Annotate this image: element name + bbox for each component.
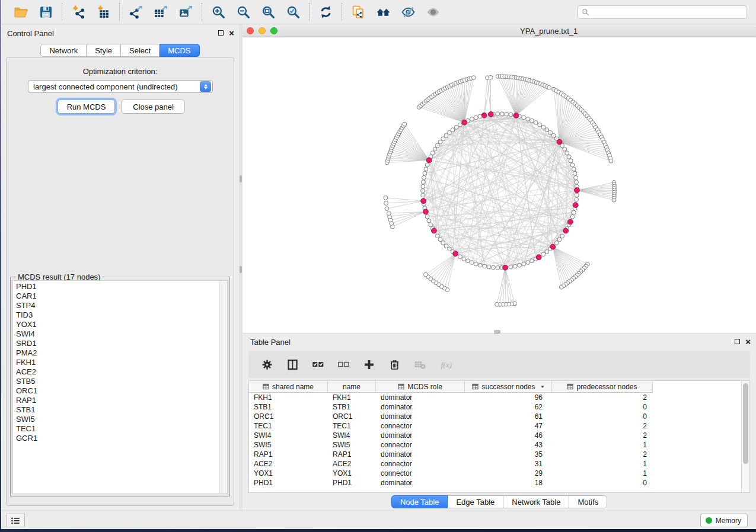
mcds-result-item[interactable]: STP4 — [16, 301, 219, 310]
network-node[interactable] — [509, 265, 513, 269]
network-node[interactable] — [458, 123, 462, 127]
network-node[interactable] — [448, 130, 452, 134]
mcds-result-item[interactable]: CAR1 — [16, 291, 219, 301]
network-node[interactable] — [575, 180, 579, 184]
table-row[interactable]: FKH1FKH1dominator962 — [249, 393, 653, 402]
table-row[interactable]: YOX1YOX1connector291 — [249, 469, 653, 478]
network-node[interactable] — [385, 207, 389, 211]
show-all-button[interactable] — [422, 2, 444, 21]
network-node[interactable] — [557, 238, 562, 242]
close-panel-icon[interactable]: × — [229, 30, 234, 36]
mcds-node[interactable] — [481, 113, 487, 118]
network-node[interactable] — [474, 262, 478, 266]
close-panel-button[interactable]: Close panel — [122, 100, 185, 114]
settings-button[interactable] — [259, 357, 275, 372]
network-node[interactable] — [421, 189, 425, 193]
network-node[interactable] — [435, 143, 439, 148]
mcds-result-list[interactable]: PHD1CAR1STP4TID3YOX1SWI4SRD1PMA2FKH1ACE2… — [12, 280, 228, 494]
mcds-result-item[interactable]: STB1 — [16, 405, 219, 415]
network-node[interactable] — [538, 123, 542, 127]
network-node[interactable] — [496, 266, 500, 270]
mcds-node[interactable] — [573, 203, 578, 208]
tab-style[interactable]: Style — [87, 44, 121, 57]
network-node[interactable] — [522, 262, 526, 266]
mcds-node[interactable] — [432, 228, 437, 233]
float-panel-icon[interactable] — [218, 30, 224, 36]
network-node[interactable] — [470, 261, 474, 265]
tab-mcds[interactable]: MCDS — [160, 44, 199, 57]
node-table[interactable]: shared namenameMCDS rolesuccessor nodesp… — [248, 380, 750, 493]
tab-network-table[interactable]: Network Table — [503, 495, 569, 508]
network-node[interactable] — [572, 210, 576, 214]
run-mcds-button[interactable]: Run MCDS — [58, 100, 115, 114]
open-button[interactable] — [9, 2, 32, 21]
network-node[interactable] — [454, 125, 458, 129]
tab-motifs[interactable]: Motifs — [569, 495, 607, 508]
import-table-button[interactable] — [92, 2, 114, 21]
export-image-button[interactable] — [174, 2, 197, 21]
network-node[interactable] — [575, 193, 579, 197]
network-node[interactable] — [487, 265, 491, 269]
network-node[interactable] — [451, 128, 455, 132]
network-node[interactable] — [545, 128, 549, 132]
mcds-node[interactable] — [550, 244, 556, 249]
mcds-result-item[interactable]: PMA2 — [16, 348, 219, 358]
network-node[interactable] — [554, 241, 559, 245]
export-table-button[interactable] — [149, 2, 172, 21]
column-header-MCDS-role[interactable]: MCDS role — [376, 381, 465, 393]
column-header-shared-name[interactable]: shared name — [249, 381, 328, 393]
mcds-result-item[interactable]: SWI4 — [16, 329, 219, 339]
mcds-result-item[interactable]: YOX1 — [16, 320, 219, 329]
network-node[interactable] — [423, 171, 427, 175]
network-node[interactable] — [483, 264, 487, 268]
network-node[interactable] — [422, 175, 426, 180]
float-panel-icon[interactable] — [735, 339, 740, 344]
search-input[interactable] — [589, 7, 747, 18]
network-node[interactable] — [541, 125, 546, 129]
table-scrollbar[interactable] — [741, 381, 749, 492]
network-node[interactable] — [489, 75, 493, 79]
mcds-list-scrollbar[interactable] — [219, 281, 227, 493]
mcds-result-item[interactable]: TEC1 — [16, 424, 219, 434]
network-node[interactable] — [474, 116, 478, 120]
network-window-titlebar[interactable]: YPA_prune.txt_1 — [243, 24, 756, 37]
network-node[interactable] — [433, 147, 437, 151]
memory-button[interactable]: Memory — [700, 514, 748, 527]
mcds-result-item[interactable]: GCR1 — [16, 434, 219, 443]
window-maximize-icon[interactable] — [270, 27, 277, 34]
task-history-button[interactable] — [6, 514, 25, 527]
network-node[interactable] — [565, 151, 569, 155]
network-node[interactable] — [438, 238, 442, 242]
network-node[interactable] — [441, 241, 445, 245]
mcds-node[interactable] — [462, 120, 467, 125]
tab-select[interactable]: Select — [121, 44, 160, 57]
mcds-node[interactable] — [568, 219, 573, 225]
network-node[interactable] — [441, 137, 445, 141]
network-node[interactable] — [424, 167, 428, 171]
window-close-icon[interactable] — [247, 27, 254, 34]
network-node[interactable] — [444, 133, 448, 137]
table-row[interactable]: PHD1PHD1dominator180 — [249, 478, 653, 488]
column-view-button[interactable] — [285, 357, 300, 372]
network-node[interactable] — [500, 112, 504, 116]
network-node[interactable] — [534, 121, 538, 125]
network-node[interactable] — [545, 250, 549, 254]
function-builder-button[interactable]: f(x) — [438, 357, 453, 372]
network-node[interactable] — [435, 234, 439, 238]
network-node[interactable] — [462, 257, 466, 261]
network-node[interactable] — [466, 259, 470, 263]
export-network-button[interactable] — [125, 2, 147, 21]
tab-network[interactable]: Network — [40, 44, 87, 57]
close-panel-icon[interactable]: × — [745, 338, 751, 345]
import-network-button[interactable] — [67, 2, 90, 21]
deselect-all-button[interactable] — [336, 357, 351, 372]
network-node[interactable] — [559, 285, 563, 289]
splitter-grip-icon[interactable] — [240, 266, 242, 273]
select-all-button[interactable] — [310, 357, 326, 372]
network-canvas[interactable] — [243, 37, 756, 334]
column-header-successor-nodes[interactable]: successor nodes — [465, 381, 552, 393]
network-node[interactable] — [448, 247, 452, 251]
network-node[interactable] — [609, 159, 613, 163]
network-node[interactable] — [427, 219, 431, 223]
optimization-criterion-select[interactable]: largest connected component (undirected) — [28, 80, 213, 93]
